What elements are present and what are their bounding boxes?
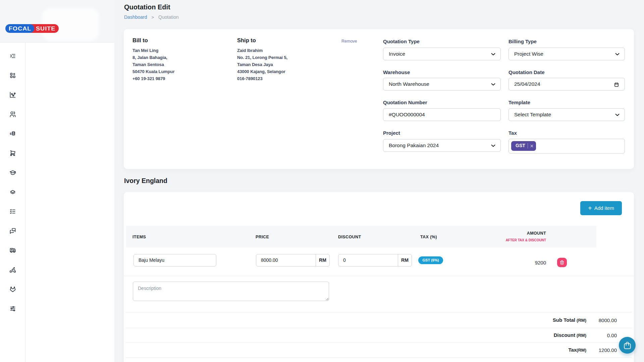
svg-text:$: $ xyxy=(10,132,11,135)
